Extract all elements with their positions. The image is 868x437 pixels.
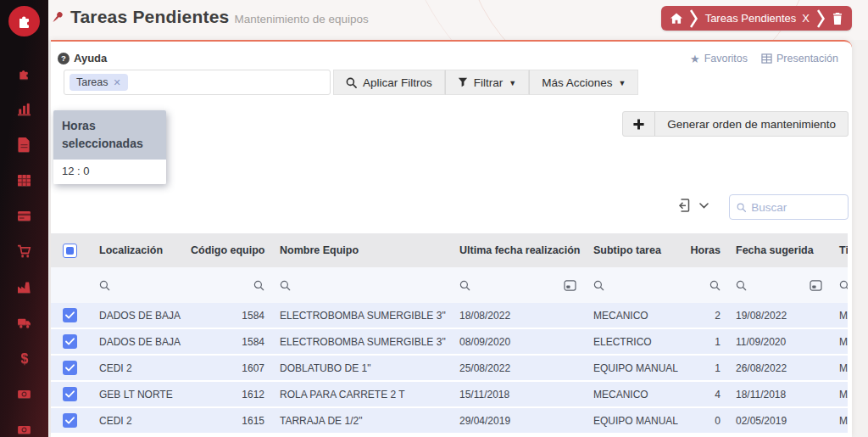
- cell-subtipo: MECANICO: [583, 389, 678, 401]
- breadcrumb: Tareas Pendientes X: [661, 6, 852, 31]
- select-all-checkbox[interactable]: [63, 244, 77, 258]
- filter-ultima-fecha[interactable]: [449, 280, 583, 291]
- date-picker-icon: [810, 280, 822, 291]
- filter-codigo[interactable]: [191, 280, 270, 291]
- col-header-ultima-fecha[interactable]: Ultima fecha realización: [449, 244, 583, 256]
- date-picker-icon: [564, 280, 576, 291]
- breadcrumb-tab[interactable]: Tareas Pendientes X: [705, 12, 810, 25]
- truck-icon[interactable]: [17, 315, 32, 330]
- cell-fecha-sugerida: 18/11/2018: [726, 389, 829, 401]
- filter-fecha-sugerida[interactable]: [726, 280, 829, 291]
- filter-nombre[interactable]: [270, 280, 449, 291]
- table-body: DADOS DE BAJA 1584 ELECTROBOMBA SUMERGIB…: [51, 303, 848, 433]
- filter-localizacion[interactable]: [89, 280, 191, 291]
- table-row[interactable]: DADOS DE BAJA 1584 ELECTROBOMBA SUMERGIB…: [51, 329, 848, 354]
- search-icon: [737, 202, 746, 213]
- cell-tipo: MANTENIMIENTO: [829, 362, 848, 374]
- cell-localizacion: GEB LT NORTE: [89, 389, 191, 401]
- row-checkbox[interactable]: [63, 387, 77, 401]
- search-icon: [346, 77, 357, 88]
- cell-tipo: MANTENIMIENTO: [829, 389, 848, 401]
- cell-tipo: MANTENIMIENTO: [829, 336, 848, 348]
- col-header-localizacion[interactable]: Localización: [89, 244, 191, 256]
- banknote-icon[interactable]: [17, 422, 32, 437]
- table-icon[interactable]: [17, 172, 32, 188]
- cell-fecha-sugerida: 02/05/2019: [726, 415, 829, 427]
- favorites-link[interactable]: ★ Favoritos: [690, 53, 748, 64]
- table-row[interactable]: CEDI 2 1615 TARRAJA DE 1/2" 29/04/2019 E…: [51, 408, 848, 433]
- cell-subtipo: MECANICO: [583, 310, 678, 322]
- close-icon[interactable]: ✕: [114, 77, 121, 88]
- help-label: Ayuda: [74, 52, 107, 64]
- filter-tag[interactable]: Tareas ✕: [70, 74, 128, 91]
- cell-tipo: MANTENIMIENTO: [829, 310, 848, 322]
- tasks-table: Localización Código equipo Nombre Equipo…: [51, 233, 848, 437]
- cell-horas: 0: [678, 415, 726, 427]
- search-icon: [459, 280, 470, 291]
- cell-ultima-fecha: 08/09/2020: [449, 336, 583, 348]
- selected-hours-panel: Horas seleccionadas 12 : 0: [53, 110, 166, 184]
- presentation-link[interactable]: Presentación: [761, 53, 838, 64]
- cell-localizacion: CEDI 2: [89, 415, 191, 427]
- filter-horas[interactable]: [678, 280, 726, 291]
- row-checkbox[interactable]: [63, 361, 77, 375]
- filter-tipo[interactable]: [829, 280, 848, 291]
- cell-tipo: MANTENIMIENTO: [829, 415, 848, 427]
- page-title: Tareas Pendientes: [70, 7, 229, 27]
- col-header-subtipo[interactable]: Subtipo tarea: [583, 244, 678, 256]
- col-header-horas[interactable]: Horas: [678, 244, 726, 256]
- breadcrumb-close-button[interactable]: X: [802, 12, 810, 25]
- filter-tags-input[interactable]: Tareas ✕: [64, 70, 331, 95]
- document-icon[interactable]: [17, 137, 32, 152]
- col-header-fecha-sugerida[interactable]: Fecha sugerida: [726, 244, 829, 256]
- filter-subtipo[interactable]: [583, 280, 678, 291]
- banknote-icon[interactable]: [17, 386, 32, 401]
- cell-codigo: 1615: [191, 415, 270, 427]
- cell-ultima-fecha: 18/08/2022: [449, 310, 583, 322]
- content-card: ? Ayuda ★ Favoritos Presentación Tareas …: [51, 40, 852, 437]
- pushpin-icon: [49, 9, 65, 29]
- cell-nombre: DOBLATUBO DE 1": [270, 362, 449, 374]
- cart-icon[interactable]: [17, 244, 32, 259]
- svg-text:$: $: [20, 351, 28, 366]
- puzzle-logo-icon[interactable]: [8, 6, 40, 36]
- search-icon: [99, 280, 110, 291]
- cell-subtipo: EQUIPO MANUAL: [583, 362, 678, 374]
- col-header-tipo[interactable]: Tipo: [829, 244, 848, 256]
- factory-icon[interactable]: [17, 279, 32, 294]
- search-input[interactable]: [751, 201, 841, 214]
- row-checkbox[interactable]: [63, 334, 77, 349]
- row-checkbox[interactable]: [63, 308, 77, 322]
- funnel-icon: [458, 77, 468, 87]
- bar-chart-icon[interactable]: [17, 101, 32, 116]
- more-actions-button[interactable]: Más Acciones ▼: [529, 70, 638, 95]
- table-row[interactable]: DADOS DE BAJA 1584 ELECTROBOMBA SUMERGIB…: [51, 303, 848, 328]
- puzzle-icon[interactable]: [17, 65, 32, 81]
- caret-down-icon: ▼: [509, 79, 516, 87]
- cell-ultima-fecha: 29/04/2019: [449, 415, 583, 427]
- caret-down-icon: ▼: [618, 79, 626, 87]
- cell-ultima-fecha: 25/08/2022: [449, 362, 583, 374]
- export-menu[interactable]: [676, 198, 709, 213]
- row-checkbox[interactable]: [63, 413, 77, 428]
- apply-filters-label: Aplicar Filtros: [363, 76, 432, 89]
- dollar-icon[interactable]: $: [17, 350, 32, 366]
- presentation-label: Presentación: [776, 53, 838, 64]
- apply-filters-button[interactable]: Aplicar Filtros: [333, 70, 445, 95]
- col-header-nombre[interactable]: Nombre Equipo: [270, 244, 449, 256]
- cell-codigo: 1584: [191, 336, 270, 348]
- app-window: $ Tareas Pendientes Mantenimiento de equ…: [0, 0, 868, 437]
- home-icon[interactable]: [670, 13, 682, 24]
- chevron-separator-icon: [690, 8, 698, 29]
- chevron-separator-icon: [817, 8, 825, 29]
- help-link[interactable]: ? Ayuda: [58, 52, 107, 64]
- filter-dropdown-button[interactable]: Filtrar ▼: [445, 70, 529, 95]
- trash-icon[interactable]: [832, 13, 843, 25]
- table-row[interactable]: CEDI 2 1607 DOBLATUBO DE 1" 25/08/2022 E…: [51, 356, 848, 380]
- col-header-codigo[interactable]: Código equipo: [191, 244, 270, 256]
- generate-order-button[interactable]: Generar orden de mantenimiento: [622, 111, 849, 137]
- search-icon: [709, 280, 721, 291]
- credit-card-icon[interactable]: [17, 208, 32, 223]
- cell-nombre: ROLA PARA CARRETE 2 T: [270, 389, 449, 401]
- table-row[interactable]: GEB LT NORTE 1612 ROLA PARA CARRETE 2 T …: [51, 382, 848, 406]
